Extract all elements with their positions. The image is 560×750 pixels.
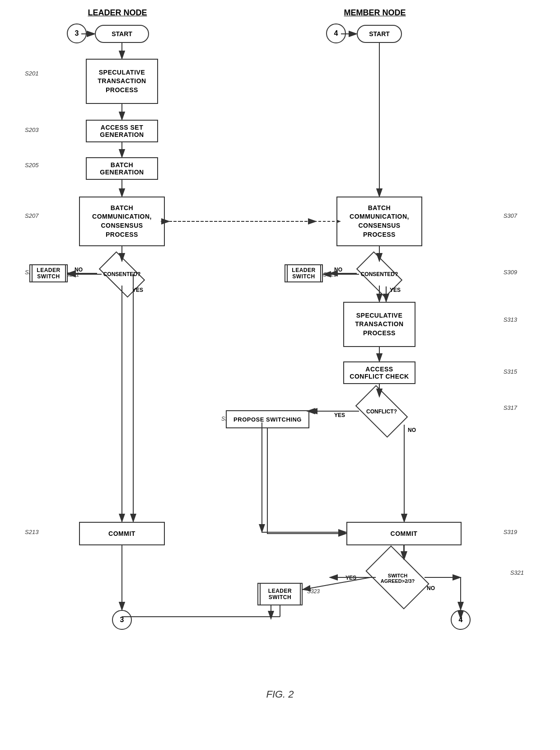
s211-box: LEADERSWITCH xyxy=(29,264,68,282)
circle-4-bottom: 4 xyxy=(451,610,471,630)
s201-label: S201 xyxy=(25,70,38,77)
arrows-svg xyxy=(0,0,560,714)
s321-diamond xyxy=(365,545,429,609)
s307-label: S307 xyxy=(504,212,517,219)
member-start: START xyxy=(357,25,402,43)
s323-box: LEADERSWITCH xyxy=(257,583,303,605)
leader-node-title: LEADER NODE xyxy=(72,8,163,18)
s205-label: S205 xyxy=(25,162,38,169)
s211-decoration-left xyxy=(30,265,33,281)
s319-label: S319 xyxy=(504,529,517,535)
s323-decoration-left xyxy=(258,584,261,605)
fig-label: FIG. 2 xyxy=(266,689,294,700)
s317-yes-label: YES xyxy=(334,412,345,418)
circle-3-bottom: 3 xyxy=(112,610,132,630)
s213-label: S213 xyxy=(25,529,38,535)
s211-decoration-right xyxy=(65,265,67,281)
svg-line-51 xyxy=(303,577,370,590)
s318-box: PROPOSE SWITCHING xyxy=(226,410,309,428)
s321-label: S321 xyxy=(510,569,524,576)
s311-label: S311 xyxy=(323,271,336,278)
s323-label: S323 xyxy=(307,588,320,595)
s309-yes-label: YES xyxy=(390,287,401,293)
s317-no-label: NO xyxy=(408,427,416,433)
s321-yes-label: YES xyxy=(345,575,356,581)
s209-yes-label: YES xyxy=(132,287,143,293)
s201-box: SPECULATIVETRANSACTIONPROCESS xyxy=(86,59,158,104)
s203-label: S203 xyxy=(25,127,38,133)
s317-label: S317 xyxy=(504,404,517,411)
s311-decoration-right xyxy=(320,265,322,281)
s311-box: LEADERSWITCH xyxy=(285,264,323,282)
s207-label: S207 xyxy=(25,212,38,219)
s319-box: COMMIT xyxy=(346,522,462,545)
s315-box: ACCESSCONFLICT CHECK xyxy=(343,361,415,384)
s321-no-label: NO xyxy=(427,585,435,591)
s307-box: BATCHCOMMUNICATION,CONSENSUSPROCESS xyxy=(336,197,422,246)
s323-decoration-right xyxy=(300,584,302,605)
s309-label: S309 xyxy=(504,269,517,276)
member-node-title: MEMBER NODE xyxy=(330,8,420,18)
complex-arrows-svg xyxy=(0,0,560,714)
s311-decoration-left xyxy=(285,265,288,281)
s207-box: BATCHCOMMUNICATION,CONSENSUSPROCESS xyxy=(79,197,165,246)
circle-4-top: 4 xyxy=(326,23,346,43)
leader-start: START xyxy=(95,25,149,43)
s315-label: S315 xyxy=(504,368,517,375)
diagram-container: LEADER NODE MEMBER NODE 3 4 START START … xyxy=(0,0,560,714)
s313-box: SPECULATIVETRANSACTIONPROCESS xyxy=(343,302,415,347)
circle-3-top: 3 xyxy=(67,23,87,43)
s205-box: BATCHGENERATION xyxy=(86,157,158,180)
s313-label: S313 xyxy=(504,316,517,323)
s317-diamond xyxy=(355,385,408,438)
s213-box: COMMIT xyxy=(79,522,165,545)
s203-box: ACCESS SETGENERATION xyxy=(86,120,158,142)
